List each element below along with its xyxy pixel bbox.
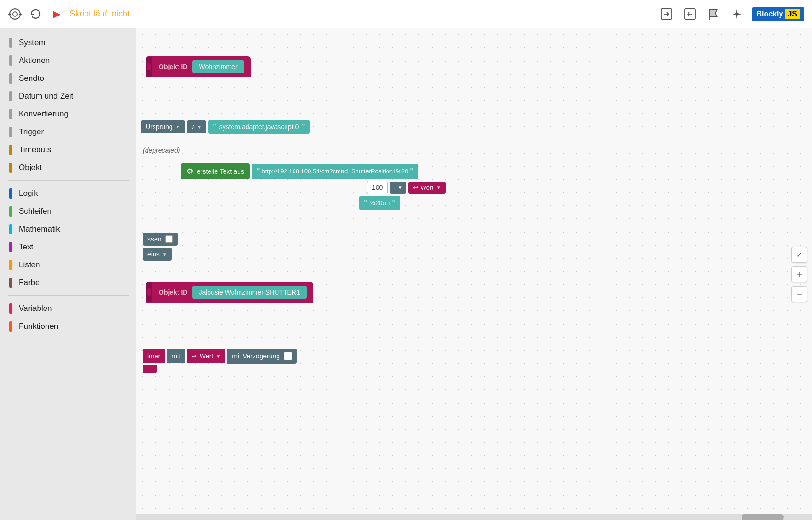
eins-block[interactable]: eins ▼ — [143, 248, 172, 261]
js-label: JS — [785, 9, 800, 19]
ursprung-row: Ursprung ▼ ≠ ▼ " system.adapter.javascri… — [141, 120, 310, 134]
objekt-id-block-2[interactable]: Objekt ID Jalousie Wohnzimmer SHUTTER1 — [146, 282, 313, 303]
ssen-block[interactable]: ssen — [143, 233, 178, 246]
num-100-block[interactable]: 100 — [367, 181, 388, 194]
jalousie-block[interactable]: Jalousie Wohnzimmer SHUTTER1 — [192, 286, 306, 299]
sidebar-item-logik[interactable]: Logik — [0, 185, 136, 202]
imer-wert-row: imer mit ↩ Wert ▼ mit Verzögerung — [143, 349, 297, 364]
sidebar-item-variablen[interactable]: Variablen — [0, 300, 136, 318]
blockly-label: Blockly — [757, 10, 783, 18]
sparkle-icon[interactable] — [728, 6, 745, 23]
pink-connector — [143, 365, 157, 373]
play-button[interactable]: ▶ — [49, 7, 64, 22]
url-block[interactable]: " http://192.168.100.54/cm?cmnd=ShutterP… — [252, 164, 418, 179]
sidebar-item-datum[interactable]: Datum und Zeit — [0, 87, 136, 105]
ssen-checkbox[interactable] — [165, 235, 173, 243]
sidebar-label-konvertierung: Konvertierung — [19, 109, 69, 119]
zoom-in-button[interactable]: + — [791, 266, 807, 282]
eins-row: eins ▼ — [143, 248, 178, 261]
system-adapter-block[interactable]: " system.adapter.javascript.0 " — [208, 120, 310, 134]
sidebar-label-sendto: Sendto — [19, 74, 44, 83]
script-status: Skript läuft nicht — [70, 9, 652, 19]
sidebar-group-3: Variablen Funktionen — [0, 300, 136, 335]
block-group-3: ⚙ erstelle Text aus " http://192.168.100… — [181, 163, 446, 212]
zoom-out-button[interactable]: − — [791, 286, 807, 302]
erstelle-text-row: ⚙ erstelle Text aus " http://192.168.100… — [181, 163, 446, 179]
ursprung-block[interactable]: Ursprung ▼ — [141, 120, 185, 133]
wert-block-1[interactable]: ↩ Wert ▼ — [408, 182, 446, 194]
sidebar-item-konvertierung[interactable]: Konvertierung — [0, 105, 136, 123]
import-icon[interactable] — [681, 6, 698, 23]
sidebar-label-mathematik: Mathematik — [19, 225, 60, 234]
sidebar-group-1: System Aktionen Sendto Datum und Zeit Ko… — [0, 34, 136, 177]
objekt-id-label-2: Objekt ID — [159, 288, 187, 296]
sidebar-label-timeouts: Timeouts — [19, 145, 51, 155]
sidebar-group-2: Logik Schleifen Mathematik Text Listen F… — [0, 185, 136, 292]
svg-point-0 — [10, 9, 20, 19]
verzoegerung-checkbox[interactable] — [284, 352, 292, 360]
objekt-id-label-1: Objekt ID — [159, 63, 187, 70]
sidebar-label-listen: Listen — [19, 260, 40, 270]
sidebar-label-system: System — [19, 38, 46, 47]
sidebar-item-funktionen[interactable]: Funktionen — [0, 318, 136, 335]
block-group-1: Objekt ID Wohnzimmer — [146, 56, 251, 79]
sidebar-label-schleifen: Schleifen — [19, 207, 52, 216]
block-group-6: imer mit ↩ Wert ▼ mit Verzögerung — [143, 349, 297, 373]
sidebar-label-logik: Logik — [19, 189, 38, 198]
svg-point-1 — [13, 12, 17, 16]
ssen-row: ssen — [143, 233, 178, 246]
zoom-fit-button[interactable]: ⤢ — [791, 247, 807, 263]
sidebar-item-aktionen[interactable]: Aktionen — [0, 52, 136, 70]
imer-block[interactable]: imer — [143, 349, 165, 363]
horizontal-scrollbar[interactable] — [136, 514, 812, 520]
mit-block: mit — [167, 349, 185, 363]
toolbar: ▶ Skript läuft nicht — [0, 0, 812, 28]
mit-verzoegerung-block: mit Verzögerung — [227, 349, 297, 364]
sidebar-item-trigger[interactable]: Trigger — [0, 123, 136, 141]
objekt-id-row-2: Objekt ID Jalousie Wohnzimmer SHUTTER1 — [146, 282, 313, 303]
block-group-5: Objekt ID Jalousie Wohnzimmer SHUTTER1 — [146, 282, 313, 304]
sidebar-item-objekt[interactable]: Objekt — [0, 159, 136, 177]
export-icon[interactable] — [658, 6, 675, 23]
sidebar-label-aktionen: Aktionen — [19, 56, 50, 65]
reload-icon[interactable] — [28, 7, 43, 22]
toolbar-right: Blockly JS — [658, 6, 805, 23]
wohnzimmer-block[interactable]: Wohnzimmer — [192, 60, 244, 73]
sidebar-label-farbe: Farbe — [19, 278, 39, 287]
block-group-4: ssen eins ▼ — [143, 233, 178, 263]
main-layout: System Aktionen Sendto Datum und Zeit Ko… — [0, 28, 812, 520]
sidebar-label-objekt: Objekt — [19, 163, 42, 172]
percent20on-block[interactable]: " %20on " — [359, 196, 400, 210]
erstelle-text-block[interactable]: ⚙ erstelle Text aus — [181, 163, 250, 179]
blockly-js-badge[interactable]: Blockly JS — [752, 7, 805, 21]
sidebar-label-text: Text — [19, 242, 33, 252]
scrollbar-thumb[interactable] — [742, 514, 784, 520]
sidebar-item-timeouts[interactable]: Timeouts — [0, 141, 136, 159]
canvas-side-buttons: ⤢ + − — [791, 247, 807, 302]
objekt-id-block-1[interactable]: Objekt ID Wohnzimmer — [146, 56, 251, 77]
sidebar-item-schleifen[interactable]: Schleifen — [0, 202, 136, 220]
sidebar-item-listen[interactable]: Listen — [0, 256, 136, 274]
sidebar-item-system[interactable]: System — [0, 34, 136, 52]
sidebar-item-farbe[interactable]: Farbe — [0, 274, 136, 292]
target-icon[interactable] — [8, 7, 23, 22]
sidebar: System Aktionen Sendto Datum und Zeit Ko… — [0, 28, 136, 520]
sidebar-item-text[interactable]: Text — [0, 238, 136, 256]
objekt-id-row-1: Objekt ID Wohnzimmer — [146, 56, 251, 77]
blockly-canvas[interactable]: Objekt ID Wohnzimmer Ursprung ▼ ≠ ▼ — [136, 28, 812, 520]
sidebar-label-funktionen: Funktionen — [19, 322, 58, 331]
percent20on-row: " %20on " — [359, 196, 446, 210]
sidebar-divider-2 — [8, 295, 129, 296]
block-group-2: Ursprung ▼ ≠ ▼ " system.adapter.javascri… — [141, 120, 310, 136]
wert-block-2[interactable]: ↩ Wert ▼ — [187, 349, 225, 363]
sidebar-label-variablen: Variablen — [19, 304, 52, 313]
neq-block[interactable]: ≠ ▼ — [187, 120, 207, 133]
sidebar-label-datum: Datum und Zeit — [19, 92, 73, 101]
sidebar-divider-1 — [8, 180, 129, 181]
minus-dd-block[interactable]: - ▼ — [390, 182, 406, 194]
num-wert-row: 100 - ▼ ↩ Wert ▼ — [359, 181, 446, 194]
flag-icon[interactable] — [705, 6, 722, 23]
sidebar-item-mathematik[interactable]: Mathematik — [0, 220, 136, 238]
sidebar-label-trigger: Trigger — [19, 127, 44, 137]
sidebar-item-sendto[interactable]: Sendto — [0, 70, 136, 87]
